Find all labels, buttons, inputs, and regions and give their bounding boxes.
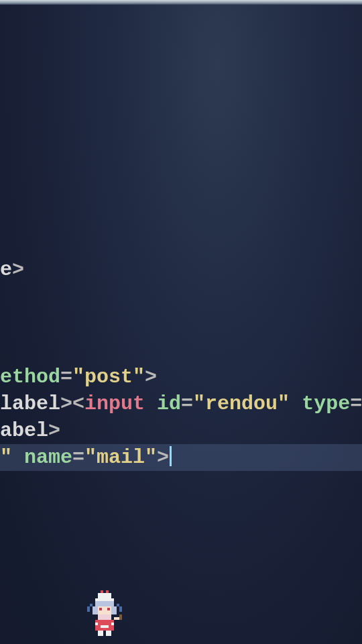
code-token: name (24, 446, 72, 469)
code-token: > (48, 419, 60, 442)
svg-rect-1 (87, 606, 90, 612)
code-token: "rendou" (193, 392, 290, 415)
code-token: "post" (72, 366, 145, 388)
code-token: "mail" (84, 446, 157, 469)
code-line[interactable]: label><input id="rendou" type=" (0, 390, 362, 417)
svg-rect-15 (107, 608, 110, 610)
code-token: id (157, 392, 181, 415)
svg-rect-23 (114, 617, 119, 620)
code-line[interactable] (0, 122, 362, 149)
svg-rect-4 (119, 606, 122, 612)
svg-rect-8 (101, 590, 103, 593)
svg-rect-10 (95, 601, 114, 606)
code-token: = (181, 392, 193, 415)
code-token: e (0, 258, 12, 281)
code-line[interactable]: e> (0, 256, 362, 283)
code-token (145, 392, 157, 415)
svg-rect-12 (111, 606, 117, 614)
code-token: abel (0, 419, 48, 442)
code-line[interactable]: ethod="post"> (0, 364, 362, 390)
svg-rect-3 (117, 604, 119, 606)
svg-rect-6 (98, 593, 111, 598)
code-line[interactable] (0, 68, 362, 95)
code-token: = (72, 446, 84, 469)
code-token: " (0, 446, 12, 469)
code-token: = (350, 392, 362, 415)
code-token: > (157, 446, 169, 469)
code-line[interactable] (0, 337, 362, 364)
svg-rect-21 (98, 631, 103, 636)
code-line[interactable] (0, 176, 362, 203)
code-line[interactable] (0, 310, 362, 337)
code-line[interactable] (0, 203, 362, 229)
svg-rect-19 (111, 623, 114, 625)
svg-rect-11 (93, 606, 98, 614)
svg-rect-14 (99, 608, 102, 610)
svg-rect-16 (98, 614, 111, 620)
svg-rect-0 (90, 604, 93, 606)
svg-rect-24 (119, 614, 122, 620)
code-token: >< (60, 392, 84, 415)
svg-rect-18 (95, 623, 98, 625)
code-line[interactable] (0, 42, 362, 68)
screen-bezel-highlight (0, 0, 362, 5)
code-line[interactable] (0, 15, 362, 42)
code-line[interactable]: " name="mail"> (0, 444, 362, 471)
code-token: > (145, 366, 157, 388)
code-token: ethod (0, 366, 60, 388)
code-token: > (12, 258, 24, 281)
code-line[interactable] (0, 95, 362, 122)
code-token (12, 446, 24, 469)
svg-rect-9 (106, 590, 109, 593)
code-line[interactable] (0, 283, 362, 310)
code-line[interactable]: abel> (0, 417, 362, 444)
text-cursor (170, 446, 172, 466)
code-token (290, 392, 302, 415)
code-line[interactable] (0, 229, 362, 256)
svg-rect-22 (106, 631, 111, 636)
code-token: type (302, 392, 350, 415)
svg-rect-7 (95, 598, 114, 601)
code-token: = (60, 366, 72, 388)
code-token: input (84, 392, 145, 415)
code-token: label (0, 392, 60, 415)
code-editor-viewport[interactable]: e> ethod="post">label><input id="rendou"… (0, 15, 362, 471)
code-line[interactable] (0, 149, 362, 176)
svg-rect-20 (101, 625, 109, 628)
mascot-sprite (87, 590, 123, 637)
